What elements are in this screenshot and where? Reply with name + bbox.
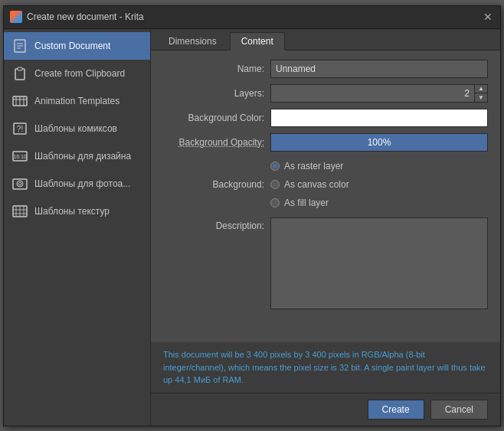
radio-fill[interactable] [270,198,280,207]
svg-point-16 [17,181,23,187]
bg-opacity-value: 100% [368,137,391,148]
custom-document-icon [11,38,28,54]
title-bar: Create new document - Krita ✕ [4,6,500,29]
layers-up-button[interactable]: ▲ [475,85,487,93]
description-label: Description: [163,217,270,231]
name-row: Name: [163,60,488,78]
sidebar-item-create-from-clipboard[interactable]: Create from Clipboard [4,60,150,87]
svg-text:?!: ?! [17,125,23,133]
main-area: Dimensions Content Name: Layers: [151,29,500,426]
sidebar-item-design-templates[interactable]: 16:10 Шаблоны для дизайна [4,142,150,170]
description-row: Description: [163,217,488,309]
layers-arrows: ▲ ▼ [474,84,488,103]
dialog-footer: Create Cancel [151,393,500,426]
svg-rect-5 [18,67,22,70]
create-button[interactable]: Create [368,400,424,420]
bg-opacity-row: Background Opacity: 100% [163,133,488,152]
background-radio-group: As raster layer As canvas color As fill … [270,158,488,211]
comic-icon: ?! [11,120,28,137]
close-button[interactable]: ✕ [482,11,494,23]
name-input[interactable] [270,60,488,78]
tab-dimensions[interactable]: Dimensions [157,32,228,50]
dialog-window: Create new document - Krita ✕ Custom Doc… [3,5,501,426]
svg-point-17 [18,182,21,185]
bg-color-picker[interactable] [270,109,488,127]
sidebar-item-clipboard-label: Create from Clipboard [34,68,125,79]
tabs: Dimensions Content [151,29,500,51]
sidebar-item-comic-templates[interactable]: ?! Шаблоны комиксов [4,115,150,142]
sidebar-item-custom-document-label: Custom Document [34,41,110,51]
radio-canvas-label: As canvas color [284,179,349,190]
content-area: Name: Layers: ▲ ▼ Backgrou [151,51,500,343]
app-icon [10,11,22,23]
radio-canvas[interactable] [270,180,280,189]
animation-icon [11,93,28,109]
sidebar-item-texture-label: Шаблоны текстур [34,206,110,217]
sidebar-item-photo-label: Шаблоны для фотоa... [34,178,130,189]
sidebar-item-comic-label: Шаблоны комиксов [34,123,117,134]
texture-icon [11,203,28,220]
bg-opacity-label: Background Opacity: [163,137,270,148]
background-label: Background: [163,179,270,190]
layers-spinbox: ▲ ▼ [270,84,488,103]
photo-icon [11,175,28,192]
layers-down-button[interactable]: ▼ [475,93,487,102]
sidebar-item-custom-document[interactable]: Custom Document [4,32,150,60]
radio-fill-row: As fill layer [270,194,488,211]
name-label: Name: [163,64,270,74]
sidebar-item-animation-templates[interactable]: Animation Templates [4,87,150,115]
sidebar-item-animation-label: Animation Templates [34,96,119,106]
radio-raster-label: As raster layer [284,161,343,171]
dialog-title: Create new document - Krita [27,11,144,22]
design-icon: 16:10 [11,148,28,165]
clipboard-icon [11,65,28,82]
info-text: This document will be 3 400 pixels by 3 … [151,342,500,393]
radio-raster[interactable] [270,162,280,171]
background-row: Background: As raster layer As canvas co… [163,158,488,211]
radio-canvas-row: As canvas color [270,176,488,193]
title-bar-left: Create new document - Krita [10,11,144,23]
dialog-body: Custom Document Create from Clipboard [4,29,500,426]
layers-label: Layers: [163,88,270,99]
sidebar-item-photo-templates[interactable]: Шаблоны для фотоa... [4,170,150,198]
layers-input[interactable] [270,84,474,103]
description-textarea[interactable] [270,217,488,309]
sidebar-item-texture-templates[interactable]: Шаблоны текстур [4,198,150,225]
tab-content[interactable]: Content [230,32,285,51]
sidebar: Custom Document Create from Clipboard [4,29,151,426]
bg-color-row: Background Color: [163,109,488,127]
radio-fill-label: As fill layer [284,198,329,208]
radio-raster-row: As raster layer [270,158,488,175]
bg-opacity-slider[interactable]: 100% [270,133,488,152]
bg-color-label: Background Color: [163,113,270,123]
sidebar-item-design-label: Шаблоны для дизайна [34,151,131,162]
layers-row: Layers: ▲ ▼ [163,84,488,103]
svg-text:16:10: 16:10 [13,154,27,159]
cancel-button[interactable]: Cancel [430,400,488,420]
